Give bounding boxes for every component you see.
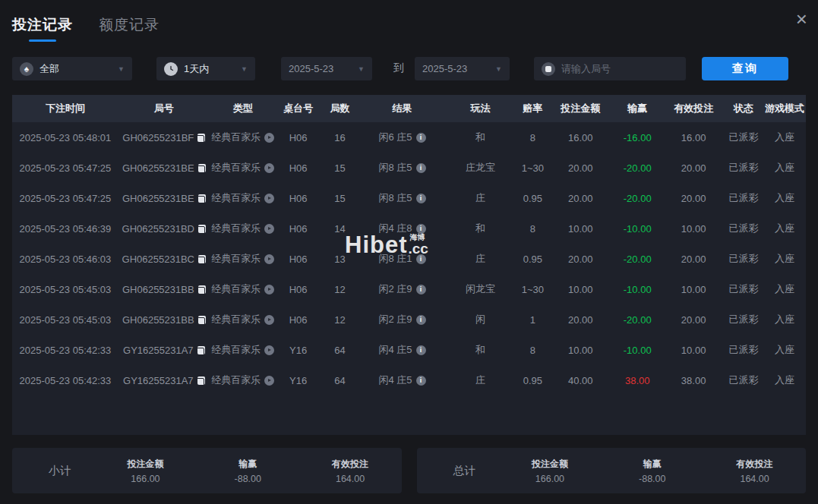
copy-icon[interactable] [198, 164, 206, 172]
column-header: 有效投注 [663, 102, 724, 115]
cell-type: 经典百家乐 [210, 343, 276, 357]
cell-table-no: H06 [276, 223, 321, 235]
video-icon[interactable] [264, 133, 274, 143]
copy-icon[interactable] [198, 255, 206, 263]
table-row: 2025-05-23 05:47:25GH06255231BE经典百家乐H061… [12, 153, 806, 183]
cell-type: 经典百家乐 [210, 131, 276, 144]
cell-odds: 1~30 [516, 284, 549, 295]
cell-mode: 入座 [763, 161, 806, 175]
date-from-picker[interactable]: 2025-5-23 ▼ [281, 57, 372, 80]
date-to-label: 到 [393, 61, 404, 75]
cell-result: 闲4 庄5i [360, 373, 445, 387]
cell-status: 已派彩 [724, 373, 763, 387]
spade-icon: ♠ [20, 62, 33, 76]
cell-time: 2025-05-23 05:45:03 [12, 284, 118, 295]
close-icon[interactable]: × [796, 9, 807, 29]
cell-mode: 入座 [763, 373, 806, 387]
info-icon[interactable]: i [416, 254, 426, 264]
video-icon[interactable] [264, 345, 274, 355]
cell-status: 已派彩 [724, 343, 763, 357]
copy-icon[interactable] [197, 134, 205, 142]
cell-status: 已派彩 [724, 131, 763, 144]
info-icon[interactable]: i [416, 163, 426, 173]
cell-bet: 16.00 [549, 132, 611, 143]
info-icon[interactable]: i [416, 345, 426, 355]
date-to-picker[interactable]: 2025-5-23 ▼ [415, 57, 510, 80]
cell-status: 已派彩 [724, 282, 763, 296]
video-icon[interactable] [264, 285, 274, 295]
info-icon[interactable]: i [416, 315, 426, 325]
copy-icon[interactable] [197, 346, 205, 354]
subtotal-card: 小计 投注金额 166.00 输赢 -88.00 有效投注 164.00 [12, 448, 402, 493]
cell-bet: 20.00 [549, 162, 611, 174]
copy-icon[interactable] [198, 316, 206, 324]
time-range-value: 1天内 [184, 62, 209, 76]
column-header: 局号 [118, 102, 210, 115]
info-icon[interactable]: i [416, 133, 426, 143]
tab-quota-records[interactable]: 额度记录 [99, 15, 159, 35]
cell-game-id: GH06255231BC [118, 254, 210, 265]
cell-odds: 0.95 [516, 193, 549, 204]
cell-time: 2025-05-23 05:46:03 [12, 254, 118, 265]
copy-icon[interactable] [198, 225, 206, 233]
cell-game-id: GY16255231A7 [118, 345, 210, 356]
cell-win: -10.00 [611, 284, 663, 295]
column-header: 下注时间 [12, 102, 118, 115]
cell-odds: 8 [516, 223, 549, 235]
query-button[interactable]: 查询 [702, 57, 788, 80]
copy-icon[interactable] [198, 194, 206, 203]
time-range-select[interactable]: 1天内 ▼ [156, 57, 255, 80]
table-row: 2025-05-23 05:47:25GH06255231BE经典百家乐H061… [12, 183, 806, 213]
cell-time: 2025-05-23 05:48:01 [12, 132, 118, 143]
info-icon[interactable]: i [416, 194, 426, 203]
info-icon[interactable]: i [416, 376, 426, 386]
chevron-down-icon: ▼ [495, 65, 502, 73]
cell-mode: 入座 [763, 131, 806, 144]
video-icon[interactable] [264, 194, 274, 203]
cell-valid: 16.00 [663, 132, 724, 143]
total-valid-bet: 有效投注 164.00 [703, 458, 806, 484]
column-header: 投注金额 [549, 102, 611, 115]
cell-win: -10.00 [611, 345, 663, 356]
cell-result: 闲4 庄5i [360, 343, 445, 357]
cell-valid: 10.00 [663, 284, 724, 295]
cell-time: 2025-05-23 05:47:25 [12, 193, 118, 204]
video-icon[interactable] [264, 254, 274, 264]
copy-icon[interactable] [197, 376, 205, 385]
video-icon[interactable] [264, 163, 274, 173]
table-row: 2025-05-23 05:45:03GH06255231BB经典百家乐H061… [12, 304, 806, 335]
cell-game-id: GH06255231BE [118, 162, 210, 174]
cell-odds: 0.95 [516, 254, 549, 265]
copy-icon[interactable] [198, 285, 206, 294]
table-row: 2025-05-23 05:46:39GH06255231BD经典百家乐H061… [12, 213, 806, 244]
info-icon[interactable]: i [416, 224, 426, 234]
video-icon[interactable] [264, 224, 274, 234]
cell-type: 经典百家乐 [210, 313, 276, 326]
chevron-down-icon: ▼ [358, 65, 365, 73]
total-bet-amount: 投注金额 166.00 [499, 458, 602, 484]
cell-time: 2025-05-23 05:42:33 [12, 375, 118, 386]
cell-round: 15 [321, 162, 360, 174]
column-header: 赔率 [516, 102, 549, 115]
cell-valid: 20.00 [663, 254, 724, 265]
info-icon[interactable]: i [416, 285, 426, 295]
cell-time: 2025-05-23 05:46:39 [12, 223, 118, 235]
cell-mode: 入座 [763, 222, 806, 235]
cell-time: 2025-05-23 05:47:25 [12, 162, 118, 174]
cell-type: 经典百家乐 [210, 191, 276, 205]
video-icon[interactable] [264, 315, 274, 325]
tab-betting-records[interactable]: 投注记录 [12, 15, 73, 35]
cell-valid: 10.00 [663, 223, 724, 235]
cell-mode: 入座 [763, 282, 806, 296]
round-search-input[interactable] [561, 63, 660, 74]
cell-play: 和 [444, 343, 516, 357]
cell-win: 38.00 [611, 375, 663, 386]
cell-bet: 20.00 [549, 193, 611, 204]
total-win-loss: 输赢 -88.00 [601, 458, 703, 484]
game-type-select[interactable]: ♠ 全部 ▼ [12, 57, 132, 80]
cell-game-id: GH06255231BE [118, 193, 210, 204]
cell-result: 闲2 庄9i [360, 282, 445, 296]
cell-result: 闲6 庄5i [360, 131, 445, 144]
cell-play: 庄 [444, 252, 516, 266]
video-icon[interactable] [264, 376, 274, 386]
